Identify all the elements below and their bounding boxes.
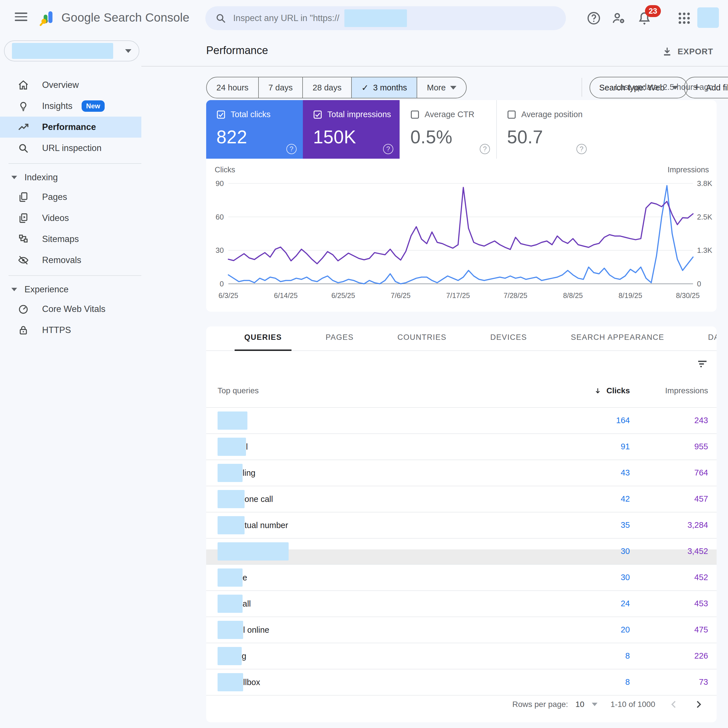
metric-card-average-position[interactable]: Average position 50.7 ? xyxy=(496,100,593,159)
performance-line-chart[interactable]: 00301.3K602.5K903.8KClicksImpressions6/3… xyxy=(206,159,717,312)
svg-text:6/14/25: 6/14/25 xyxy=(274,292,297,300)
search-icon xyxy=(18,142,29,154)
impressions-value: 453 xyxy=(694,599,708,608)
user-settings-icon[interactable] xyxy=(612,11,626,26)
help-icon[interactable]: ? xyxy=(480,144,490,154)
svg-text:8/8/25: 8/8/25 xyxy=(563,292,583,300)
svg-text:Clicks: Clicks xyxy=(215,165,235,174)
help-icon[interactable] xyxy=(586,11,601,26)
pagination-bar: Rows per page: 10 1-10 of 1000 xyxy=(206,691,717,717)
sidebar-item-sitemaps[interactable]: Sitemaps xyxy=(0,229,141,250)
svg-text:6/25/25: 6/25/25 xyxy=(331,292,355,300)
range-3-months[interactable]: ✓ 3 months xyxy=(351,77,417,98)
checkbox-checked-icon[interactable] xyxy=(313,110,322,119)
impressions-value: 764 xyxy=(694,468,708,477)
tab-countries[interactable]: COUNTRIES xyxy=(388,333,456,350)
metric-card-average-ctr[interactable]: Average CTR 0.5% ? xyxy=(399,100,496,159)
checkbox-checked-icon[interactable] xyxy=(216,110,225,119)
table-row[interactable]: ling43764 xyxy=(206,460,717,486)
query-text: all xyxy=(243,599,251,609)
impressions-value: 955 xyxy=(694,442,708,451)
table-row[interactable]: 303,452 xyxy=(206,538,717,565)
section-label: Experience xyxy=(24,284,69,295)
table-row[interactable]: one call42457 xyxy=(206,486,717,512)
rows-per-page-select[interactable]: 10 xyxy=(575,700,584,709)
account-avatar[interactable] xyxy=(697,8,719,28)
section-label: Indexing xyxy=(24,172,58,183)
metric-label: Total clicks xyxy=(231,110,271,119)
search-icon xyxy=(215,12,226,24)
tab-search-appearance[interactable]: SEARCH APPEARANCE xyxy=(561,333,674,350)
url-inspect-search-input[interactable]: Inspect any URL in "https:// xyxy=(205,6,566,30)
previous-page-icon[interactable] xyxy=(668,699,680,710)
sidebar-item-overview[interactable]: Overview xyxy=(0,75,141,96)
sort-descending-arrow-icon xyxy=(594,387,601,395)
column-top-queries[interactable]: Top queries xyxy=(217,386,259,395)
sidebar: Overview Insights New Performance URL in… xyxy=(0,37,141,728)
speedometer-icon xyxy=(18,303,29,315)
svg-text:8/30/25: 8/30/25 xyxy=(676,292,700,300)
sidebar-section-indexing[interactable]: Indexing xyxy=(0,168,141,187)
redacted-query xyxy=(217,621,243,639)
sidebar-item-label: HTTPS xyxy=(42,325,71,335)
help-icon[interactable]: ? xyxy=(383,144,393,154)
svg-text:1.3K: 1.3K xyxy=(697,246,712,254)
tab-pages[interactable]: PAGES xyxy=(316,333,363,350)
property-selector[interactable] xyxy=(4,40,139,61)
clicks-value: 24 xyxy=(621,599,630,608)
download-icon xyxy=(662,46,673,57)
clicks-value: 91 xyxy=(621,442,630,451)
help-icon[interactable]: ? xyxy=(286,144,297,154)
tab-devices[interactable]: DEVICES xyxy=(480,333,537,350)
metric-card-total-impressions[interactable]: Total impressions 150K ? xyxy=(303,100,399,159)
filter-bar: 24 hours 7 days 28 days ✓ 3 months More … xyxy=(141,67,728,100)
sidebar-item-url-inspection[interactable]: URL inspection xyxy=(0,138,141,159)
sidebar-item-insights[interactable]: Insights New xyxy=(0,96,141,116)
svg-text:60: 60 xyxy=(216,213,224,221)
filter-list-icon[interactable] xyxy=(696,357,708,370)
range-28-days[interactable]: 28 days xyxy=(302,77,351,98)
range-7-days[interactable]: 7 days xyxy=(258,77,302,98)
query-text: llbox xyxy=(243,678,260,687)
table-row[interactable]: 164243 xyxy=(206,408,717,434)
sidebar-item-removals[interactable]: Removals xyxy=(0,250,141,271)
sidebar-item-videos[interactable]: Videos xyxy=(0,208,141,229)
table-row[interactable]: l online20475 xyxy=(206,617,717,643)
table-row[interactable]: all24453 xyxy=(206,591,717,617)
column-impressions[interactable]: Impressions xyxy=(665,386,708,395)
range-more[interactable]: More xyxy=(417,77,466,98)
checkbox-unchecked-icon[interactable] xyxy=(507,110,516,119)
sidebar-item-label: Performance xyxy=(42,122,96,132)
checkbox-unchecked-icon[interactable] xyxy=(410,110,419,119)
svg-text:Impressions: Impressions xyxy=(667,165,709,174)
redacted-query xyxy=(217,411,248,430)
sidebar-item-label: Removals xyxy=(42,255,81,265)
sidebar-item-pages[interactable]: Pages xyxy=(0,187,141,208)
sidebar-section-experience[interactable]: Experience xyxy=(0,280,141,298)
google-apps-grid-icon[interactable] xyxy=(677,11,691,26)
tab-queries[interactable]: QUERIES xyxy=(235,333,292,350)
range-24-hours[interactable]: 24 hours xyxy=(207,77,258,98)
table-row[interactable]: e30452 xyxy=(206,565,717,591)
chevron-down-icon[interactable] xyxy=(592,703,598,706)
notification-count-badge: 23 xyxy=(645,5,661,17)
tab-dates[interactable]: DATES xyxy=(699,333,717,350)
next-page-icon[interactable] xyxy=(693,699,704,710)
menu-icon[interactable] xyxy=(15,12,27,23)
table-header: Top queries Clicks Impressions xyxy=(206,375,717,408)
divider xyxy=(9,275,141,276)
metric-card-total-clicks[interactable]: Total clicks 822 ? xyxy=(206,100,303,159)
help-icon[interactable]: ? xyxy=(577,144,587,154)
column-clicks-sorted[interactable]: Clicks xyxy=(594,386,630,395)
sidebar-item-performance[interactable]: Performance xyxy=(0,116,141,138)
sidebar-item-label: Insights xyxy=(42,101,72,111)
table-row[interactable]: g8226 xyxy=(206,643,717,670)
sidebar-item-core-web-vitals[interactable]: Core Web Vitals xyxy=(0,298,141,320)
table-row[interactable]: tual number353,284 xyxy=(206,512,717,538)
chevron-down-icon xyxy=(11,288,17,291)
export-button[interactable]: EXPORT xyxy=(662,46,713,57)
table-row[interactable]: l91955 xyxy=(206,434,717,460)
clicks-value: 20 xyxy=(621,625,630,635)
sidebar-item-https[interactable]: HTTPS xyxy=(0,320,141,341)
clicks-value: 43 xyxy=(621,468,630,477)
